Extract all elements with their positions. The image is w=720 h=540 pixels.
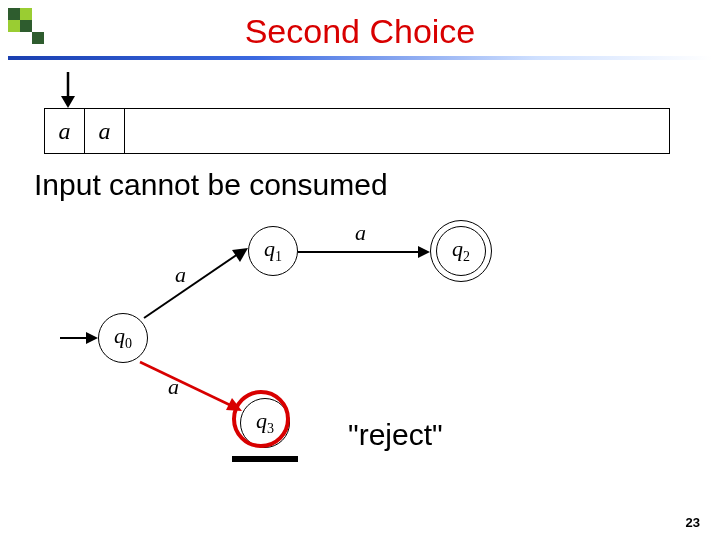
state-label: q3 [256, 408, 274, 437]
svg-marker-7 [418, 246, 430, 258]
input-tape: a a [44, 108, 670, 154]
state-label: q2 [452, 236, 470, 265]
edge-q0-q3 [136, 358, 256, 422]
edge-label-q1-q2: a [355, 220, 366, 246]
edge-label-q0-q1: a [175, 262, 186, 288]
tape-cell: a [85, 109, 125, 153]
tape-cell: a [45, 109, 85, 153]
tape-head-arrow [58, 72, 78, 108]
automaton-diagram: q0 q1 q2 q3 a a [80, 210, 600, 440]
edge-q0-q1 [138, 240, 258, 330]
state-label: q1 [264, 236, 282, 265]
svg-line-8 [140, 362, 232, 406]
slide-title: Second Choice [0, 12, 720, 51]
tape-cell-empty [125, 109, 669, 153]
state-q2: q2 [436, 226, 486, 276]
edge-q1-q2 [298, 244, 438, 264]
reject-label: "reject" [348, 418, 443, 452]
edge-label-q0-q3: a [168, 374, 179, 400]
state-label: q0 [114, 323, 132, 352]
svg-marker-5 [232, 248, 248, 262]
title-underline [8, 56, 712, 60]
svg-marker-3 [86, 332, 98, 344]
start-arrow [60, 328, 100, 348]
stuck-indicator [232, 456, 298, 462]
page-number: 23 [686, 515, 700, 530]
svg-line-4 [144, 254, 238, 318]
slide: Second Choice a a Input cannot be consum… [0, 0, 720, 540]
svg-marker-1 [61, 96, 75, 108]
subtitle-text: Input cannot be consumed [34, 168, 388, 202]
